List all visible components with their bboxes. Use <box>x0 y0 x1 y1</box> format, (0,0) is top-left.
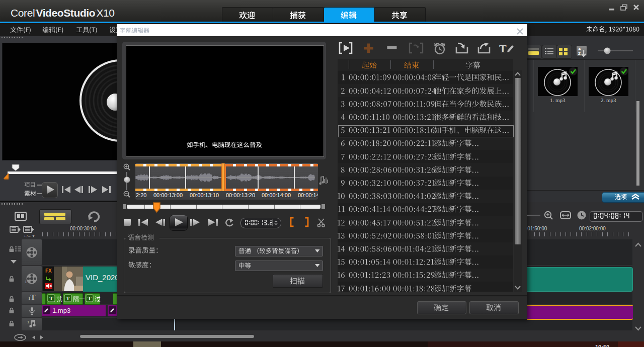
svg-text:T: T <box>66 295 70 301</box>
svg-text:T: T <box>88 295 92 301</box>
svg-text:Z: Z <box>578 51 581 56</box>
svg-text:T: T <box>49 295 53 301</box>
svg-text:FX: FX <box>45 268 52 274</box>
svg-text:A: A <box>578 47 581 51</box>
svg-text:T: T <box>499 42 507 55</box>
